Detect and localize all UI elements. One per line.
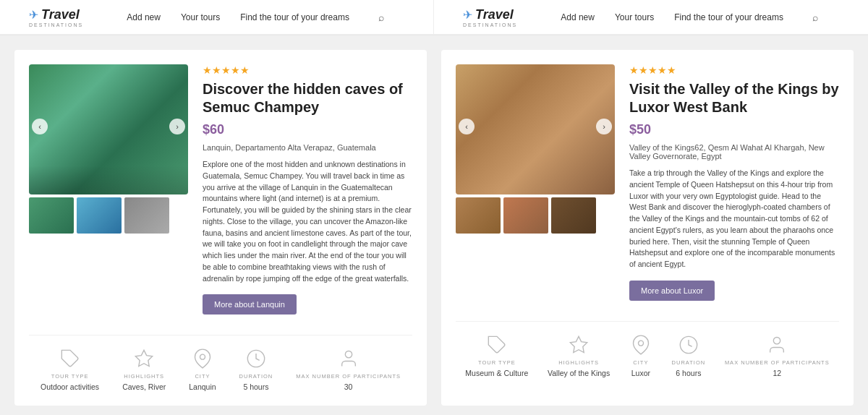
- thumb-3-luxor[interactable]: [551, 197, 596, 234]
- gallery-arrow-left-semuc[interactable]: ‹: [32, 119, 48, 134]
- nav-links-left: Add new Your tours Find the tour of your…: [127, 12, 384, 23]
- tag-icon-semuc: [59, 347, 82, 370]
- svg-point-4: [345, 351, 352, 358]
- person-icon-semuc: [337, 347, 360, 370]
- star-icon-luxor: [567, 333, 590, 356]
- duration-value-luxor: 6 hours: [676, 369, 701, 377]
- gallery-arrow-left-luxor[interactable]: ‹: [459, 119, 475, 134]
- city-value-luxor: Luxor: [631, 369, 650, 377]
- thumb-row-semuc: [29, 197, 188, 234]
- nav-find-tour-left[interactable]: Find the tour of your dreams: [240, 12, 349, 22]
- highlights-value-luxor: Valley of the Kings: [548, 369, 610, 377]
- price-luxor: $50: [629, 122, 839, 137]
- footer-highlights-luxor: HIGHLIGHTS Valley of the Kings: [548, 333, 610, 377]
- gallery-luxor: ‹ ›: [456, 64, 615, 301]
- card-top-luxor: ‹ › ★★★★★ Visit the Valley of the Kings …: [456, 64, 839, 301]
- location-luxor: Valley of the Kings62, Qesm Al Wahat Al …: [629, 143, 839, 161]
- star-icon-semuc: [132, 347, 156, 370]
- duration-value-semuc: 5 hours: [243, 382, 268, 391]
- footer-max-semuc: MAX NUMBER OF PARTICIPANTS 30: [296, 347, 401, 391]
- thumb-3-semuc[interactable]: [124, 197, 169, 234]
- nav-find-tour-right[interactable]: Find the tour of your dreams: [674, 12, 783, 22]
- footer-highlights-semuc: HIGHLIGHTS Caves, River: [122, 347, 166, 391]
- gallery-arrow-right-luxor[interactable]: ›: [596, 119, 612, 134]
- footer-tour-type-semuc: TOUR TYPE Outdoor activities: [41, 347, 99, 391]
- clock-icon-luxor: [677, 333, 700, 356]
- tour-type-label-luxor: TOUR TYPE: [478, 359, 516, 366]
- title-semuc: Discover the hidden caves of Semuc Champ…: [203, 80, 412, 116]
- gallery-semuc: ‹ ›: [29, 64, 188, 315]
- desc-semuc: Explore one of the most hidden and unkno…: [203, 159, 412, 284]
- person-icon-luxor: [765, 333, 788, 356]
- footer-duration-semuc: DURATION 5 hours: [239, 347, 273, 391]
- footer-luxor: TOUR TYPE Museum & Culture HIGHLIGHTS Va…: [456, 321, 839, 377]
- plane-icon-right: ✈: [463, 8, 472, 22]
- thumb-2-semuc[interactable]: [77, 197, 122, 234]
- logo-sub-left: DESTINATIONS: [29, 22, 83, 27]
- logo-travel-left: Travel: [41, 7, 80, 22]
- tour-type-value-semuc: Outdoor activities: [41, 382, 99, 391]
- highlights-label-semuc: HIGHLIGHTS: [124, 373, 164, 380]
- btn-luxor[interactable]: More about Luxor: [629, 281, 715, 301]
- highlights-value-semuc: Caves, River: [122, 382, 166, 391]
- highlights-label-luxor: HIGHLIGHTS: [558, 359, 599, 366]
- nav-your-tours-left[interactable]: Your tours: [181, 12, 220, 22]
- city-label-semuc: CITY: [195, 373, 210, 380]
- max-label-semuc: MAX NUMBER OF PARTICIPANTS: [296, 373, 401, 380]
- pin-icon-luxor: [629, 333, 652, 356]
- title-luxor: Visit the Valley of the Kings by Luxor W…: [629, 80, 839, 116]
- card-semuc: ‹ › ★★★★★ Discover the hidden caves of S…: [14, 50, 427, 406]
- footer-tour-type-luxor: TOUR TYPE Museum & Culture: [465, 333, 528, 377]
- btn-semuc[interactable]: More about Lanquin: [203, 294, 297, 315]
- duration-label-luxor: DURATION: [672, 359, 706, 366]
- thumb-row-luxor: [456, 197, 615, 234]
- location-semuc: Lanquin, Departamento Alta Verapaz, Guat…: [203, 143, 412, 152]
- nav-your-tours-right[interactable]: Your tours: [615, 12, 654, 22]
- footer-duration-luxor: DURATION 6 hours: [672, 333, 706, 377]
- footer-max-luxor: MAX NUMBER OF PARTICIPANTS 12: [725, 333, 830, 377]
- nav-left: ✈ Travel DESTINATIONS Add new Your tours…: [0, 0, 434, 35]
- svg-point-2: [200, 354, 205, 359]
- max-value-luxor: 12: [773, 369, 781, 377]
- thumb-1-semuc[interactable]: [29, 197, 74, 234]
- price-semuc: $60: [203, 122, 412, 137]
- search-icon-left[interactable]: ⌕: [378, 12, 384, 23]
- svg-point-7: [638, 341, 643, 346]
- duration-label-semuc: DURATION: [239, 373, 273, 380]
- stars-semuc: ★★★★★: [203, 64, 412, 76]
- max-value-semuc: 30: [344, 382, 353, 391]
- main-content: ‹ › ★★★★★ Discover the hidden caves of S…: [0, 35, 868, 415]
- nav-links-right: Add new Your tours Find the tour of your…: [561, 12, 818, 23]
- svg-point-9: [774, 337, 780, 343]
- logo-travel-right: Travel: [475, 7, 514, 22]
- footer-city-luxor: CITY Luxor: [629, 333, 652, 377]
- gallery-arrow-right-semuc[interactable]: ›: [169, 119, 185, 134]
- city-value-semuc: Lanquin: [189, 382, 216, 391]
- tour-type-value-luxor: Museum & Culture: [465, 369, 528, 377]
- nav-right: ✈ Travel DESTINATIONS Add new Your tours…: [434, 0, 868, 35]
- city-label-luxor: CITY: [633, 359, 648, 366]
- footer-city-semuc: CITY Lanquin: [189, 347, 216, 391]
- nav-add-new-right[interactable]: Add new: [561, 12, 595, 22]
- thumb-2-luxor[interactable]: [503, 197, 548, 234]
- max-label-luxor: MAX NUMBER OF PARTICIPANTS: [725, 359, 830, 366]
- svg-marker-1: [136, 351, 153, 367]
- svg-marker-6: [570, 336, 587, 352]
- main-image-semuc: [29, 64, 188, 194]
- nav-add-new-left[interactable]: Add new: [127, 12, 161, 22]
- tag-icon-luxor: [485, 333, 509, 356]
- logo-right: ✈ Travel DESTINATIONS: [463, 7, 517, 27]
- thumb-1-luxor[interactable]: [456, 197, 501, 234]
- desc-luxor: Take a trip through the Valley of the Ki…: [629, 168, 839, 270]
- card-top-semuc: ‹ › ★★★★★ Discover the hidden caves of S…: [29, 64, 412, 315]
- logo-left: ✈ Travel DESTINATIONS: [29, 7, 83, 27]
- footer-semuc: TOUR TYPE Outdoor activities HIGHLIGHTS …: [29, 335, 412, 391]
- clock-icon-semuc: [244, 347, 268, 370]
- logo-sub-right: DESTINATIONS: [463, 22, 517, 27]
- main-image-luxor: [456, 64, 615, 194]
- card-content-semuc: ★★★★★ Discover the hidden caves of Semuc…: [203, 64, 412, 315]
- card-content-luxor: ★★★★★ Visit the Valley of the Kings by L…: [629, 64, 839, 301]
- pin-icon-semuc: [191, 347, 214, 370]
- plane-icon-left: ✈: [29, 8, 38, 22]
- search-icon-right[interactable]: ⌕: [812, 12, 818, 23]
